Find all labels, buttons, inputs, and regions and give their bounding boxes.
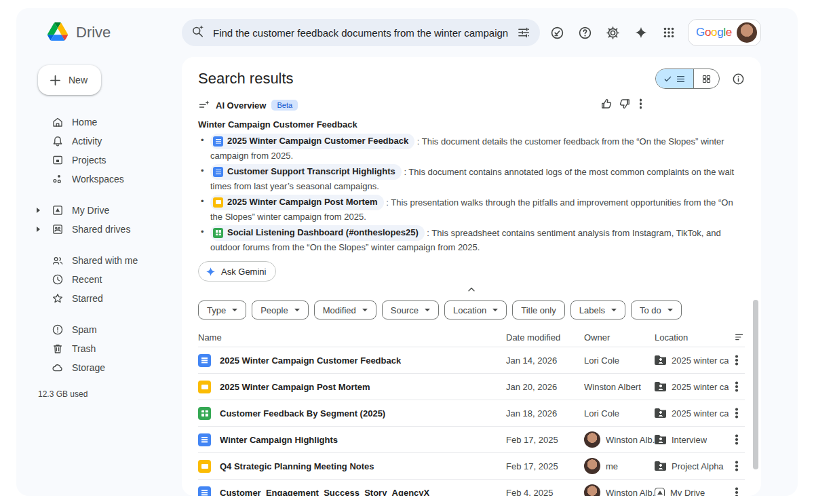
filter-chip[interactable]: Modified [314, 301, 376, 319]
file-row[interactable]: Winter Campaign Highlights Feb 17, 2025 … [198, 427, 745, 453]
sidebar-item-my-drive[interactable]: My Drive [37, 201, 182, 220]
sidebar-item-recent[interactable]: Recent [37, 270, 182, 289]
ai-overview-bullet: 2025 Winter Campaign Customer Feedback :… [198, 134, 745, 163]
filter-chip[interactable]: Type [198, 301, 246, 319]
location-cell[interactable]: 2025 winter cam [655, 355, 729, 366]
date-modified: Jan 18, 2026 [506, 408, 584, 419]
file-row[interactable]: Customer_Engagement_Success_Story_Agency… [198, 480, 745, 496]
sidebar-item-activity[interactable]: Activity [37, 132, 182, 151]
column-header-location[interactable]: Location [655, 332, 729, 343]
filter-chip[interactable]: Title only [512, 301, 565, 319]
file-chip[interactable]: 2025 Winter Campaign Post Mortem [210, 195, 384, 210]
approvals-check-icon[interactable] [545, 20, 570, 45]
filter-chip[interactable]: People [252, 301, 308, 319]
column-header-name[interactable]: Name [198, 332, 506, 343]
home-icon [52, 116, 64, 128]
file-type-icon [198, 460, 211, 473]
settings-gear-icon[interactable] [600, 20, 626, 45]
location-cell[interactable]: 2025 winter cam [655, 382, 729, 392]
file-row[interactable]: 2025 Winter Campaign Customer Feedback J… [198, 347, 745, 374]
sidebar-item-home[interactable]: Home [37, 113, 182, 132]
gemini-sparkle-icon[interactable] [628, 20, 654, 45]
expand-chevron-icon[interactable] [37, 227, 40, 232]
thumbs-down-icon[interactable] [619, 98, 631, 110]
location-icon [655, 408, 666, 418]
ai-overview-section: AI Overview Beta Winter Campaign Custome… [198, 98, 745, 295]
ai-overview-menu-icon[interactable] [637, 102, 645, 105]
sidebar-item-storage[interactable]: Storage [37, 358, 182, 377]
page-title: Search results [198, 70, 294, 88]
expand-chevron-icon[interactable] [37, 208, 40, 213]
file-type-icon [198, 486, 211, 497]
ai-overview-bullet: 2025 Winter Campaign Post Mortem : This … [198, 195, 745, 224]
thumbs-up-icon[interactable] [600, 98, 613, 110]
list-view-button[interactable] [656, 69, 693, 88]
row-menu-icon[interactable] [729, 491, 745, 494]
help-icon[interactable] [573, 20, 598, 45]
location-cell[interactable]: Project Alpha [655, 461, 729, 471]
location-cell[interactable]: Interview [655, 435, 729, 445]
sidebar-item-workspaces[interactable]: Workspaces [37, 170, 182, 189]
file-chip[interactable]: Social Listening Dashboard (#ontheslopes… [210, 225, 425, 241]
location-cell[interactable]: My Drive [655, 488, 729, 497]
file-name: 2025 Winter Campaign Post Mortem [220, 382, 370, 392]
details-info-icon[interactable] [732, 73, 745, 85]
location-name: Project Alpha [672, 461, 724, 471]
collapse-ai-overview-button[interactable] [198, 284, 745, 295]
file-row[interactable]: Q4 Strategic Planning Meeting Notes Feb … [198, 453, 745, 480]
filter-chip[interactable]: Source [382, 301, 439, 319]
search-bar[interactable]: Find the customer feedback documents fro… [182, 19, 540, 46]
star-icon [52, 292, 64, 305]
gemini-spark-icon [206, 267, 216, 277]
location-name: 2025 winter cam [672, 382, 729, 392]
sort-options-icon[interactable] [734, 332, 745, 343]
sidebar-item-shared-with-me[interactable]: Shared with me [37, 251, 182, 270]
filter-chip[interactable]: Location [444, 301, 507, 319]
row-menu-icon[interactable] [729, 385, 745, 388]
people-icon [52, 254, 64, 267]
file-chip-label: Social Listening Dashboard (#ontheslopes… [227, 226, 419, 240]
date-modified: Jan 14, 2026 [506, 355, 584, 366]
grid-view-button[interactable] [693, 69, 719, 88]
ask-gemini-button[interactable]: Ask Gemini [198, 261, 276, 282]
user-avatar[interactable] [737, 22, 757, 43]
google-account-pill[interactable]: Google [688, 19, 761, 46]
clock-icon [52, 273, 64, 286]
file-chip[interactable]: Customer Support Transcript Highlights [210, 164, 402, 180]
location-name: My Drive [670, 488, 705, 497]
sidebar-item-trash[interactable]: Trash [37, 339, 182, 358]
new-button[interactable]: New [38, 65, 101, 95]
dropdown-caret-icon [425, 309, 430, 311]
location-icon [655, 461, 666, 471]
scrollbar[interactable] [753, 300, 758, 469]
dropdown-caret-icon [492, 309, 498, 311]
filter-chip[interactable]: Labels [570, 301, 625, 319]
drive-app: Drive Find the customer feedback documen… [16, 8, 798, 496]
row-menu-icon[interactable] [729, 359, 745, 362]
sidebar-item-projects[interactable]: Projects [37, 151, 182, 170]
row-menu-icon[interactable] [729, 438, 745, 441]
file-row[interactable]: Customer Feedback By Segment (2025) Jan … [198, 400, 745, 427]
apps-grid-icon[interactable] [656, 20, 682, 45]
google-logo: Google [696, 26, 732, 39]
drive-brand[interactable]: Drive [47, 8, 111, 57]
tune-filter-icon[interactable] [517, 26, 530, 39]
filter-chip[interactable]: To do [631, 301, 682, 319]
sidebar-item-starred[interactable]: Starred [37, 289, 182, 308]
file-row[interactable]: 2025 Winter Campaign Post Mortem Jan 20,… [198, 374, 745, 400]
file-chip-label: Customer Support Transcript Highlights [227, 165, 395, 179]
row-menu-icon[interactable] [729, 412, 745, 414]
main-content: Search results [182, 57, 761, 496]
sidebar-item-shared-drives[interactable]: Shared drives [37, 220, 182, 239]
row-menu-icon[interactable] [729, 465, 745, 467]
search-input[interactable]: Find the customer feedback documents fro… [213, 27, 509, 39]
column-header-owner[interactable]: Owner [584, 332, 655, 343]
ai-overview-label: AI Overview [216, 100, 266, 111]
sidebar-item-spam[interactable]: Spam [37, 320, 182, 339]
location-icon [655, 435, 666, 444]
column-header-date-modified[interactable]: Date modified [506, 332, 584, 343]
location-cell[interactable]: 2025 winter cam [655, 408, 729, 419]
file-chip[interactable]: 2025 Winter Campaign Customer Feedback [210, 134, 414, 149]
drive-logo-icon [47, 22, 68, 43]
ai-search-icon [191, 24, 205, 41]
